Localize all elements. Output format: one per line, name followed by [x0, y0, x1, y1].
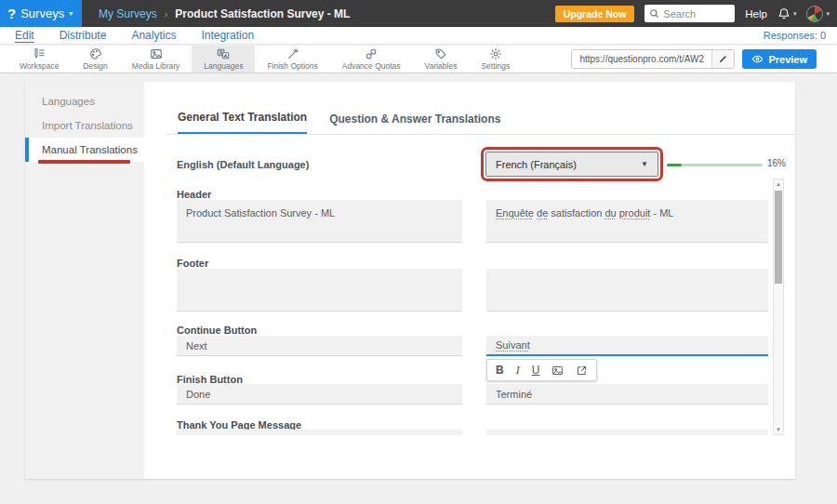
- settings-gear-icon: [489, 47, 502, 60]
- edit-toolbar: Workspace Design Media Library Languages…: [0, 46, 837, 73]
- insert-link-button[interactable]: [576, 365, 588, 377]
- translations-panel: Languages Import Translations Manual Tra…: [25, 82, 795, 479]
- manual-translations-content: General Text Translation Question & Answ…: [144, 82, 795, 479]
- menu-item-edit[interactable]: Edit: [15, 29, 34, 42]
- design-palette-icon: [89, 47, 102, 60]
- responses-count[interactable]: Responses: 0: [764, 30, 826, 41]
- product-switcher[interactable]: ? Surveys ▾: [0, 0, 82, 27]
- breadcrumb-separator-icon: ›: [165, 8, 168, 20]
- translation-thank-you-field[interactable]: [486, 430, 768, 435]
- share-preview-group: Preview: [571, 49, 817, 69]
- topbar-actions: Upgrade Now Help ▾ ▾: [555, 0, 830, 27]
- tab-general-text-translation[interactable]: General Text Translation: [178, 111, 307, 134]
- chevron-down-icon: ▾: [826, 10, 830, 18]
- scrollbar-up-arrow-icon[interactable]: ▲: [774, 181, 783, 187]
- search-icon: [649, 8, 659, 19]
- chevron-down-icon: ▾: [793, 10, 797, 18]
- menu-item-integration[interactable]: Integration: [201, 29, 254, 42]
- text-format-toolbar: B I U: [486, 359, 597, 381]
- chevron-down-icon: ▾: [69, 10, 73, 18]
- bold-button[interactable]: B: [496, 365, 504, 376]
- upgrade-now-button[interactable]: Upgrade Now: [555, 6, 635, 22]
- survey-menu-bar: Edit Distribute Analytics Integration Re…: [0, 27, 837, 45]
- variables-tag-icon: [434, 47, 447, 60]
- tool-workspace[interactable]: Workspace: [7, 46, 71, 73]
- survey-url-box: [571, 49, 735, 69]
- finish-wand-icon: [286, 47, 299, 60]
- top-navigation-bar: ? Surveys ▾ My Surveys › Product Satisfa…: [0, 0, 837, 27]
- translation-fields-scroll-area: Header Product Satisfaction Survey - ML …: [144, 179, 795, 435]
- tool-design[interactable]: Design: [71, 46, 119, 73]
- tab-question-answer-translations[interactable]: Question & Answer Translations: [329, 113, 500, 134]
- underline-button[interactable]: U: [532, 365, 540, 376]
- insert-image-button[interactable]: [551, 365, 564, 377]
- notifications-menu[interactable]: ▾: [777, 7, 797, 20]
- annotation-underline: [38, 160, 130, 164]
- chevron-down-icon: ▼: [641, 160, 648, 168]
- italic-button[interactable]: I: [516, 365, 520, 376]
- product-name: Surveys: [20, 7, 64, 20]
- tool-languages[interactable]: Languages: [192, 46, 255, 73]
- menu-item-distribute[interactable]: Distribute: [60, 29, 107, 42]
- menu-item-analytics[interactable]: Analytics: [131, 29, 176, 42]
- translation-progress-fill: [667, 164, 682, 166]
- source-header-field[interactable]: Product Satisfaction Survey - ML: [177, 200, 462, 243]
- tool-finish-options[interactable]: Finish Options: [255, 46, 329, 73]
- translation-continue-field[interactable]: Suivant: [486, 336, 768, 356]
- breadcrumb-survey-title: Product Satisfaction Survey - ML: [175, 7, 350, 20]
- quotas-chain-icon: [365, 47, 378, 60]
- scrollbar-down-arrow-icon[interactable]: ▼: [774, 427, 783, 432]
- languages-translate-icon: [217, 47, 230, 60]
- tool-media-library[interactable]: Media Library: [120, 46, 193, 73]
- edit-url-button[interactable]: [711, 50, 734, 68]
- sidebar-item-manual-translations[interactable]: Manual Translations: [25, 138, 144, 162]
- source-thank-you-field[interactable]: [177, 430, 462, 435]
- media-image-icon: [150, 47, 163, 60]
- account-menu[interactable]: ▾: [806, 6, 830, 22]
- field-label-continue-button: Continue Button: [177, 325, 257, 336]
- tool-settings[interactable]: Settings: [469, 46, 522, 73]
- preview-button[interactable]: Preview: [742, 49, 817, 69]
- sidebar-item-languages[interactable]: Languages: [25, 89, 144, 113]
- translation-progress-bar: [667, 164, 763, 166]
- breadcrumb: My Surveys › Product Satisfaction Survey…: [99, 7, 350, 20]
- annotation-box: French (Français) ▼: [481, 147, 663, 181]
- sidebar-item-import-translations[interactable]: Import Translations: [25, 113, 144, 138]
- pencil-icon: [718, 54, 728, 64]
- source-finish-field[interactable]: Done: [177, 384, 462, 405]
- translation-tabs: General Text Translation Question & Answ…: [166, 108, 795, 135]
- source-continue-field[interactable]: Next: [177, 336, 462, 356]
- bell-icon: [777, 7, 790, 20]
- tool-variables[interactable]: Variables: [413, 46, 470, 73]
- target-language-dropdown[interactable]: French (Français) ▼: [485, 152, 658, 177]
- tool-advance-quotas[interactable]: Advance Quotas: [330, 46, 413, 73]
- workspace-icon: [33, 47, 46, 60]
- source-footer-field[interactable]: [177, 269, 462, 312]
- translation-header-field[interactable]: Enquête de satisfaction du produit - ML: [486, 200, 768, 243]
- source-language-label: English (Default Language): [177, 159, 309, 170]
- translation-finish-field[interactable]: Terminé: [486, 384, 768, 405]
- scrollbar-thumb[interactable]: [775, 191, 782, 284]
- vertical-scrollbar[interactable]: ▲ ▼: [773, 179, 784, 435]
- global-search[interactable]: [644, 5, 735, 22]
- help-link[interactable]: Help: [745, 8, 767, 20]
- breadcrumb-my-surveys[interactable]: My Surveys: [99, 7, 157, 20]
- translations-side-nav: Languages Import Translations Manual Tra…: [25, 82, 144, 479]
- survey-url-input[interactable]: [572, 50, 711, 68]
- search-input[interactable]: [663, 8, 730, 20]
- field-label-header: Header: [177, 189, 211, 200]
- translation-footer-field[interactable]: [486, 269, 768, 312]
- questionpro-logo-icon: ?: [7, 7, 16, 20]
- avatar: [806, 6, 823, 22]
- translation-progress-label: 16%: [767, 158, 786, 168]
- eye-icon: [751, 53, 764, 65]
- field-label-footer: Footer: [177, 258, 208, 269]
